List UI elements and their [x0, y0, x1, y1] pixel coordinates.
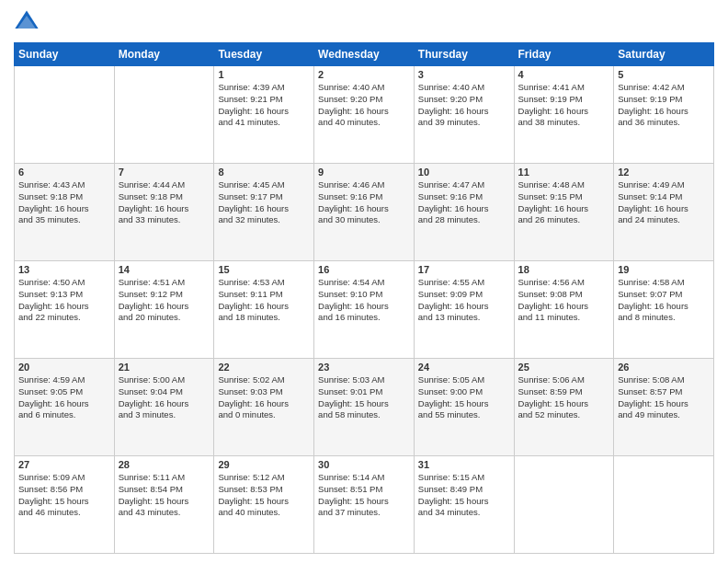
day-number: 9 — [318, 167, 410, 178]
day-info: Sunrise: 5:15 AM Sunset: 8:49 PM Dayligh… — [418, 472, 510, 519]
day-info: Sunrise: 4:42 AM Sunset: 9:19 PM Dayligh… — [618, 82, 710, 129]
week-row-3: 13Sunrise: 4:50 AM Sunset: 9:13 PM Dayli… — [15, 261, 714, 359]
day-cell: 4Sunrise: 4:41 AM Sunset: 9:19 PM Daylig… — [514, 66, 614, 164]
day-cell: 12Sunrise: 4:49 AM Sunset: 9:14 PM Dayli… — [614, 164, 714, 261]
day-number: 17 — [418, 264, 510, 275]
day-cell: 22Sunrise: 5:02 AM Sunset: 9:03 PM Dayli… — [214, 359, 314, 456]
header — [14, 9, 714, 35]
day-cell: 29Sunrise: 5:12 AM Sunset: 8:53 PM Dayli… — [214, 456, 314, 554]
page: SundayMondayTuesdayWednesdayThursdayFrid… — [0, 0, 728, 563]
day-number: 24 — [418, 362, 510, 373]
day-info: Sunrise: 4:49 AM Sunset: 9:14 PM Dayligh… — [618, 179, 710, 226]
day-cell: 21Sunrise: 5:00 AM Sunset: 9:04 PM Dayli… — [114, 359, 214, 456]
week-row-4: 20Sunrise: 4:59 AM Sunset: 9:05 PM Dayli… — [15, 359, 714, 456]
day-cell: 23Sunrise: 5:03 AM Sunset: 9:01 PM Dayli… — [314, 359, 415, 456]
day-info: Sunrise: 4:58 AM Sunset: 9:07 PM Dayligh… — [618, 277, 710, 324]
day-number: 21 — [119, 362, 210, 373]
day-info: Sunrise: 5:12 AM Sunset: 8:53 PM Dayligh… — [218, 472, 310, 519]
day-info: Sunrise: 5:06 AM Sunset: 8:59 PM Dayligh… — [518, 374, 610, 421]
day-header-monday: Monday — [114, 43, 214, 66]
week-row-5: 27Sunrise: 5:09 AM Sunset: 8:56 PM Dayli… — [15, 456, 714, 554]
day-cell: 30Sunrise: 5:14 AM Sunset: 8:51 PM Dayli… — [314, 456, 415, 554]
day-header-friday: Friday — [514, 43, 614, 66]
day-number: 25 — [518, 362, 610, 373]
day-info: Sunrise: 4:43 AM Sunset: 9:18 PM Dayligh… — [18, 179, 110, 226]
day-number: 2 — [318, 69, 410, 80]
day-number: 8 — [218, 167, 310, 178]
day-cell: 20Sunrise: 4:59 AM Sunset: 9:05 PM Dayli… — [15, 359, 115, 456]
day-cell: 13Sunrise: 4:50 AM Sunset: 9:13 PM Dayli… — [15, 261, 115, 359]
day-cell: 19Sunrise: 4:58 AM Sunset: 9:07 PM Dayli… — [614, 261, 714, 359]
day-number: 10 — [418, 167, 510, 178]
day-header-sunday: Sunday — [15, 43, 115, 66]
day-info: Sunrise: 4:45 AM Sunset: 9:17 PM Dayligh… — [218, 179, 310, 226]
calendar-header-row: SundayMondayTuesdayWednesdayThursdayFrid… — [15, 43, 714, 66]
day-cell: 8Sunrise: 4:45 AM Sunset: 9:17 PM Daylig… — [214, 164, 314, 261]
day-number: 3 — [418, 69, 510, 80]
day-number: 13 — [18, 264, 110, 275]
day-cell: 14Sunrise: 4:51 AM Sunset: 9:12 PM Dayli… — [114, 261, 214, 359]
day-number: 31 — [418, 459, 510, 470]
day-number: 22 — [218, 362, 310, 373]
day-cell: 25Sunrise: 5:06 AM Sunset: 8:59 PM Dayli… — [514, 359, 614, 456]
day-number: 5 — [618, 69, 710, 80]
logo — [14, 9, 43, 35]
day-info: Sunrise: 4:40 AM Sunset: 9:20 PM Dayligh… — [418, 82, 510, 129]
day-info: Sunrise: 5:14 AM Sunset: 8:51 PM Dayligh… — [318, 472, 410, 519]
week-row-1: 1Sunrise: 4:39 AM Sunset: 9:21 PM Daylig… — [15, 66, 714, 164]
logo-icon — [14, 9, 40, 35]
day-header-wednesday: Wednesday — [314, 43, 415, 66]
day-header-saturday: Saturday — [614, 43, 714, 66]
day-header-tuesday: Tuesday — [214, 43, 314, 66]
day-cell: 7Sunrise: 4:44 AM Sunset: 9:18 PM Daylig… — [114, 164, 214, 261]
day-info: Sunrise: 5:11 AM Sunset: 8:54 PM Dayligh… — [119, 472, 210, 519]
day-cell: 3Sunrise: 4:40 AM Sunset: 9:20 PM Daylig… — [414, 66, 514, 164]
day-cell: 26Sunrise: 5:08 AM Sunset: 8:57 PM Dayli… — [614, 359, 714, 456]
day-info: Sunrise: 4:44 AM Sunset: 9:18 PM Dayligh… — [119, 179, 210, 226]
day-number: 27 — [18, 459, 110, 470]
day-info: Sunrise: 4:54 AM Sunset: 9:10 PM Dayligh… — [318, 277, 410, 324]
day-number: 30 — [318, 459, 410, 470]
day-info: Sunrise: 4:46 AM Sunset: 9:16 PM Dayligh… — [318, 179, 410, 226]
day-info: Sunrise: 5:05 AM Sunset: 9:00 PM Dayligh… — [418, 374, 510, 421]
day-info: Sunrise: 5:09 AM Sunset: 8:56 PM Dayligh… — [18, 472, 110, 519]
day-number: 7 — [119, 167, 210, 178]
calendar-table: SundayMondayTuesdayWednesdayThursdayFrid… — [14, 42, 714, 554]
day-info: Sunrise: 5:03 AM Sunset: 9:01 PM Dayligh… — [318, 374, 410, 421]
day-number: 6 — [18, 167, 110, 178]
day-info: Sunrise: 4:59 AM Sunset: 9:05 PM Dayligh… — [18, 374, 110, 421]
day-cell: 9Sunrise: 4:46 AM Sunset: 9:16 PM Daylig… — [314, 164, 415, 261]
day-cell: 10Sunrise: 4:47 AM Sunset: 9:16 PM Dayli… — [414, 164, 514, 261]
day-cell — [514, 456, 614, 554]
day-cell — [15, 66, 115, 164]
day-info: Sunrise: 4:51 AM Sunset: 9:12 PM Dayligh… — [119, 277, 210, 324]
day-info: Sunrise: 4:53 AM Sunset: 9:11 PM Dayligh… — [218, 277, 310, 324]
day-cell: 15Sunrise: 4:53 AM Sunset: 9:11 PM Dayli… — [214, 261, 314, 359]
day-header-thursday: Thursday — [414, 43, 514, 66]
day-cell: 28Sunrise: 5:11 AM Sunset: 8:54 PM Dayli… — [114, 456, 214, 554]
day-number: 23 — [318, 362, 410, 373]
day-number: 1 — [218, 69, 310, 80]
day-cell: 5Sunrise: 4:42 AM Sunset: 9:19 PM Daylig… — [614, 66, 714, 164]
day-info: Sunrise: 4:56 AM Sunset: 9:08 PM Dayligh… — [518, 277, 610, 324]
day-cell: 1Sunrise: 4:39 AM Sunset: 9:21 PM Daylig… — [214, 66, 314, 164]
day-info: Sunrise: 4:47 AM Sunset: 9:16 PM Dayligh… — [418, 179, 510, 226]
day-info: Sunrise: 4:41 AM Sunset: 9:19 PM Dayligh… — [518, 82, 610, 129]
day-cell: 6Sunrise: 4:43 AM Sunset: 9:18 PM Daylig… — [15, 164, 115, 261]
day-number: 14 — [119, 264, 210, 275]
day-number: 16 — [318, 264, 410, 275]
day-info: Sunrise: 5:08 AM Sunset: 8:57 PM Dayligh… — [618, 374, 710, 421]
day-number: 4 — [518, 69, 610, 80]
week-row-2: 6Sunrise: 4:43 AM Sunset: 9:18 PM Daylig… — [15, 164, 714, 261]
day-number: 19 — [618, 264, 710, 275]
day-number: 15 — [218, 264, 310, 275]
day-cell — [614, 456, 714, 554]
day-number: 26 — [618, 362, 710, 373]
day-cell: 31Sunrise: 5:15 AM Sunset: 8:49 PM Dayli… — [414, 456, 514, 554]
day-cell: 27Sunrise: 5:09 AM Sunset: 8:56 PM Dayli… — [15, 456, 115, 554]
day-cell: 2Sunrise: 4:40 AM Sunset: 9:20 PM Daylig… — [314, 66, 415, 164]
day-cell: 11Sunrise: 4:48 AM Sunset: 9:15 PM Dayli… — [514, 164, 614, 261]
day-cell: 17Sunrise: 4:55 AM Sunset: 9:09 PM Dayli… — [414, 261, 514, 359]
day-info: Sunrise: 4:39 AM Sunset: 9:21 PM Dayligh… — [218, 82, 310, 129]
day-cell: 24Sunrise: 5:05 AM Sunset: 9:00 PM Dayli… — [414, 359, 514, 456]
